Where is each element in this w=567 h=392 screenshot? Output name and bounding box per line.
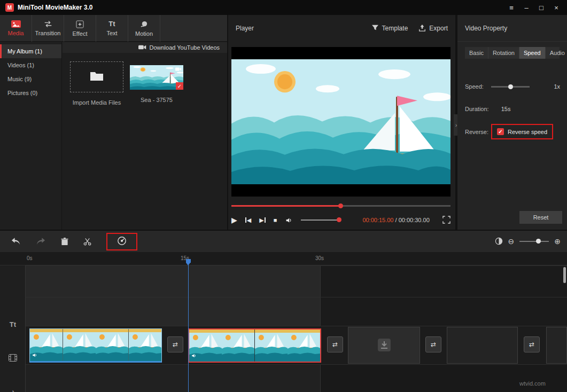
video-track-icon <box>0 354 26 363</box>
clip-placeholder-partial[interactable] <box>546 327 567 364</box>
next-frame-button[interactable]: ▶ <box>259 217 265 224</box>
import-media-dropzone[interactable] <box>70 61 123 92</box>
tab-audio[interactable]: Audio <box>546 47 567 59</box>
sidebar-item-pictures[interactable]: Pictures (0) <box>0 86 61 100</box>
previous-frame-button[interactable]: ◀ <box>245 217 251 224</box>
redo-button[interactable] <box>36 238 46 245</box>
timeline: 0s 15s 30s Tt ♪ ⇄ <box>0 252 567 392</box>
zoom-out-button[interactable]: ⊖ <box>508 237 515 246</box>
video-preview[interactable] <box>231 47 451 197</box>
maximize-button[interactable]: □ <box>534 2 549 13</box>
template-button[interactable]: Template <box>371 24 408 33</box>
reset-button[interactable]: Reset <box>519 211 562 224</box>
progress-played <box>231 205 341 207</box>
video-camera-icon <box>138 44 146 51</box>
reverse-label: Reverse: <box>465 129 488 135</box>
progress-knob[interactable] <box>338 203 343 208</box>
tab-speed[interactable]: Speed <box>519 47 546 59</box>
text-track-icon: Tt <box>0 320 26 328</box>
import-media-tile[interactable]: Import Media Files <box>70 61 123 106</box>
timeline-clip-2-selected[interactable] <box>188 328 321 363</box>
volume-knob[interactable] <box>337 217 341 222</box>
timeline-zoom-slider[interactable] <box>519 241 549 242</box>
playback-progress-bar[interactable] <box>231 205 451 207</box>
speed-tool-button[interactable] <box>117 236 127 247</box>
tab-effect[interactable]: Effect <box>64 15 96 42</box>
current-time: 00:00:15.00 <box>362 217 393 223</box>
transition-slot-3[interactable]: ⇄ <box>425 336 441 352</box>
download-youtube-label: Download YouTube Videos <box>150 44 220 51</box>
export-button[interactable]: Export <box>418 24 448 33</box>
tab-rotation[interactable]: Rotation <box>488 47 519 59</box>
tab-transition-label: Transition <box>35 30 61 36</box>
ribbon-tabs: Media Transition Effect Tt Text <box>0 15 227 42</box>
transition-icon <box>43 20 53 28</box>
speed-label: Speed: <box>465 83 484 90</box>
player-controls: ▶ ◀ ▶ ■ 00:00:15.00 / 00:00:30.00 <box>231 212 453 228</box>
timeline-ruler[interactable]: 0s 15s 30s <box>0 252 567 265</box>
menu-icon[interactable]: ≡ <box>504 2 519 13</box>
titlebar: M MiniTool MovieMaker 3.0 ≡ – □ × <box>0 0 567 15</box>
tab-media[interactable]: Media <box>0 15 32 42</box>
reverse-speed-checkbox[interactable]: ✓ <box>497 128 504 135</box>
media-item-sea[interactable]: ✓ Sea - 37575 <box>130 61 183 106</box>
timeline-zoom-knob[interactable] <box>536 239 541 244</box>
video-badge-icon <box>175 66 182 73</box>
media-icon <box>11 20 21 28</box>
app-title: MiniTool MovieMaker 3.0 <box>18 4 92 11</box>
tab-media-label: Media <box>8 30 24 36</box>
clip-placeholder-empty[interactable] <box>447 327 518 364</box>
player-panel: Player Template Export <box>228 15 455 230</box>
effect-track[interactable] <box>0 265 567 297</box>
tab-basic[interactable]: Basic <box>465 47 488 59</box>
music-track[interactable] <box>0 364 567 392</box>
undo-button[interactable] <box>11 238 21 245</box>
sidebar-item-music[interactable]: Music (9) <box>0 72 61 86</box>
tab-effect-label: Effect <box>73 30 88 37</box>
volume-icon[interactable] <box>285 217 293 224</box>
transition-slot-4[interactable]: ⇄ <box>524 336 540 352</box>
media-content: Download YouTube Videos Import Media Fil… <box>63 42 227 230</box>
reverse-checkbox-label[interactable]: Reverse speed <box>508 129 547 135</box>
video-frame-sea-scene <box>231 59 451 184</box>
sidebar-item-videos[interactable]: Videos (1) <box>0 58 61 72</box>
play-button[interactable]: ▶ <box>231 216 237 224</box>
zoom-in-button[interactable]: ⊕ <box>554 237 561 246</box>
property-panel-title: Video Property <box>457 15 567 42</box>
split-button[interactable] <box>83 238 91 246</box>
volume-slider[interactable] <box>301 219 340 221</box>
media-item-name: Sea - 37575 <box>141 97 173 103</box>
minimize-button[interactable]: – <box>519 2 534 13</box>
fullscreen-button[interactable] <box>442 216 451 225</box>
album-sidebar: My Album (1) Videos (1) Music (9) Pictur… <box>0 42 62 230</box>
close-button[interactable]: × <box>549 2 564 13</box>
tab-text[interactable]: Tt Text <box>96 15 128 42</box>
stop-button[interactable]: ■ <box>274 217 277 223</box>
clip-volume-icon[interactable] <box>191 353 197 359</box>
delete-button[interactable] <box>61 238 68 246</box>
music-track-icon: ♪ <box>0 387 26 392</box>
watermark: wtvid.com <box>519 380 546 387</box>
contrast-icon[interactable] <box>495 237 503 246</box>
tab-motion[interactable]: Motion <box>128 15 160 42</box>
clip-placeholder-download[interactable] <box>348 327 420 364</box>
media-item-thumbnail[interactable]: ✓ <box>130 65 183 90</box>
folder-icon <box>90 71 104 83</box>
property-tabs: Basic Rotation Speed Audio <box>465 47 560 59</box>
clip-volume-icon[interactable] <box>32 352 37 359</box>
transition-slot-1[interactable]: ⇄ <box>167 336 183 352</box>
tab-transition[interactable]: Transition <box>32 15 64 42</box>
ruler-label-30s: 30s <box>315 255 324 261</box>
player-panel-title: Player <box>236 25 254 32</box>
playhead-marker[interactable] <box>186 259 191 263</box>
playhead-line[interactable] <box>188 259 189 392</box>
download-youtube-bar[interactable]: Download YouTube Videos <box>63 42 227 53</box>
transition-slot-2[interactable]: ⇄ <box>327 336 343 352</box>
speed-slider[interactable] <box>491 86 530 88</box>
speed-knob[interactable] <box>508 84 513 89</box>
timeline-clip-1[interactable] <box>29 328 162 363</box>
timeline-scrollbar[interactable] <box>563 267 566 283</box>
sidebar-item-my-album[interactable]: My Album (1) <box>0 44 61 58</box>
text-track[interactable] <box>0 297 567 326</box>
duration-value: 15s <box>501 106 511 112</box>
